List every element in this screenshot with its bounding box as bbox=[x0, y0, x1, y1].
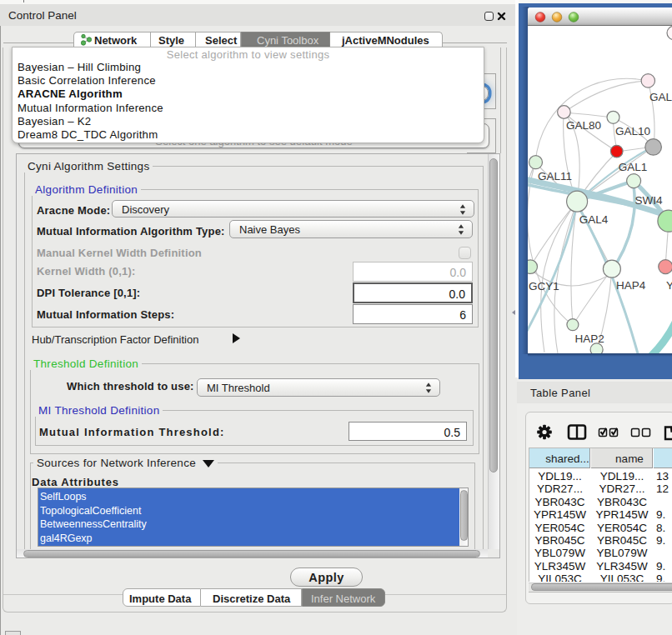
svg-text:GCY1: GCY1 bbox=[529, 280, 559, 292]
svg-text:SWI4: SWI4 bbox=[635, 194, 663, 207]
svg-text:GAL4: GAL4 bbox=[579, 213, 609, 226]
svg-text:HAP2: HAP2 bbox=[575, 332, 604, 345]
svg-text:GAL80: GAL80 bbox=[566, 119, 601, 132]
svg-text:GAL10: GAL10 bbox=[615, 125, 650, 138]
svg-text:GAL1: GAL1 bbox=[619, 161, 648, 173]
svg-text:HAP4: HAP4 bbox=[616, 279, 646, 292]
svg-text:GAL7: GAL7 bbox=[649, 91, 672, 103]
svg-text:GAL11: GAL11 bbox=[538, 170, 572, 182]
svg-text:Y: Y bbox=[666, 279, 672, 292]
